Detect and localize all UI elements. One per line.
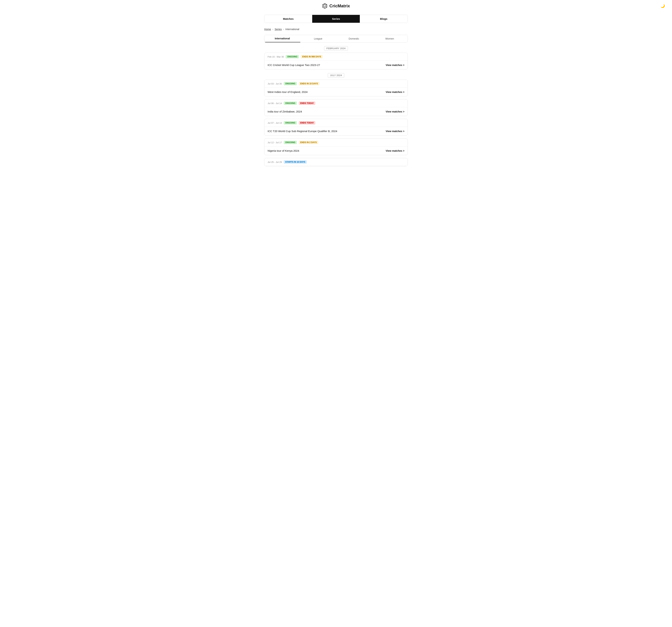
nav-tabs: Matches Series Blogs	[264, 15, 408, 23]
series-card-2-view-matches[interactable]: View matches >	[386, 110, 404, 113]
series-tabs: International League Domestic Women	[264, 35, 408, 43]
series-card-0-view-matches[interactable]: View matches >	[386, 64, 404, 67]
series-card-0-body: ICC Cricket World Cup League Two 2023-27…	[264, 61, 408, 69]
breadcrumb-home[interactable]: Home	[264, 28, 271, 31]
breadcrumb-sep-2: ›	[283, 28, 284, 31]
series-card-5-badge-starts: STARTS IN 10 DAYS	[284, 160, 307, 164]
series-card-2-badge-ongoing: ONGOING	[284, 101, 297, 105]
breadcrumb-current: International	[285, 28, 299, 31]
series-card-4-badge-ongoing: ONGOING	[284, 141, 297, 144]
series-card-0-header: Feb 15 - Mar 30 ONGOING ENDS IN 988 DAYS	[264, 53, 408, 61]
series-card-3-view-matches[interactable]: View matches >	[386, 130, 404, 132]
month-label-feb: FEBRUARY 2024	[264, 47, 408, 50]
series-card-4-badge-ends: ENDS IN 2 DAYS	[299, 141, 318, 144]
series-card-4-body: Nigeria tour of Kenya 2024 View matches …	[264, 146, 408, 155]
series-card-3-badge-ongoing: ONGOING	[284, 121, 297, 125]
series-card-4-title: Nigeria tour of Kenya 2024	[268, 149, 299, 152]
series-card-1-date: Jul 03 - Jul 30	[268, 82, 282, 85]
series-card-4-date: Jul 12 - Jul 17	[268, 141, 282, 144]
series-tab-league[interactable]: League	[300, 35, 336, 42]
nav-tab-blogs[interactable]: Blogs	[360, 15, 408, 23]
logo-text: CricMatrix	[329, 3, 350, 8]
series-card-4-header: Jul 12 - Jul 17 ONGOING ENDS IN 2 DAYS	[264, 139, 408, 146]
series-card-1-badge-ongoing: ONGOING	[284, 82, 297, 86]
nav-tab-series[interactable]: Series	[312, 15, 360, 23]
breadcrumb: Home › Series › International	[264, 26, 408, 33]
series-card-1-header: Jul 03 - Jul 30 ONGOING ENDS IN 15 DAYS	[264, 80, 408, 88]
series-card-5: Jul 25 - Jul 29 STARTS IN 10 DAYS	[264, 158, 408, 166]
series-card-1-body: West Indies tour of England, 2024 View m…	[264, 88, 408, 96]
logo: CricMatrix	[322, 3, 350, 9]
series-card-2-title: India tour of Zimbabwe, 2024	[268, 110, 302, 113]
series-tab-international[interactable]: International	[264, 35, 300, 42]
series-card-0-badge-ongoing: ONGOING	[286, 55, 299, 58]
series-card-3-body: ICC T20 World Cup Sub Regional Europe Qu…	[264, 127, 408, 136]
series-card-3: Jul 07 - Jul 14 ONGOING ENDS TODAY ICC T…	[264, 119, 408, 136]
series-card-2-header: Jul 06 - Jul 14 ONGOING ENDS TODAY	[264, 99, 408, 107]
nav-tab-matches[interactable]: Matches	[264, 15, 312, 23]
series-card-0: Feb 15 - Mar 30 ONGOING ENDS IN 988 DAYS…	[264, 53, 408, 69]
series-tab-domestic[interactable]: Domestic	[336, 35, 372, 42]
header: CricMatrix 🌙	[0, 0, 672, 12]
series-card-1-title: West Indies tour of England, 2024	[268, 91, 308, 93]
series-card-1: Jul 03 - Jul 30 ONGOING ENDS IN 15 DAYS …	[264, 79, 408, 96]
svg-marker-1	[324, 4, 326, 7]
series-card-3-badge-ends: ENDS TODAY	[299, 121, 315, 125]
logo-icon	[322, 3, 328, 9]
series-card-5-date: Jul 25 - Jul 29	[268, 161, 282, 163]
month-label-jul: JULY 2024	[264, 74, 408, 77]
dark-mode-icon[interactable]: 🌙	[661, 4, 665, 8]
series-card-3-date: Jul 07 - Jul 14	[268, 122, 282, 124]
series-card-2-body: India tour of Zimbabwe, 2024 View matche…	[264, 107, 408, 116]
series-card-3-header: Jul 07 - Jul 14 ONGOING ENDS TODAY	[264, 119, 408, 127]
series-card-2-badge-ends: ENDS TODAY	[299, 101, 315, 105]
series-card-0-title: ICC Cricket World Cup League Two 2023-27	[268, 64, 320, 67]
series-card-0-badge-ends: ENDS IN 988 DAYS	[301, 55, 323, 58]
series-card-5-header: Jul 25 - Jul 29 STARTS IN 10 DAYS	[264, 158, 408, 166]
series-card-4: Jul 12 - Jul 17 ONGOING ENDS IN 2 DAYS N…	[264, 138, 408, 155]
breadcrumb-sep-1: ›	[272, 28, 273, 31]
series-card-2-date: Jul 06 - Jul 14	[268, 102, 282, 105]
series-tab-women[interactable]: Women	[372, 35, 408, 42]
series-card-2: Jul 06 - Jul 14 ONGOING ENDS TODAY India…	[264, 99, 408, 116]
series-card-0-date: Feb 15 - Mar 30	[268, 55, 284, 58]
series-card-4-view-matches[interactable]: View matches >	[386, 149, 404, 152]
series-card-1-view-matches[interactable]: View matches >	[386, 91, 404, 93]
breadcrumb-series[interactable]: Series	[274, 28, 282, 31]
series-card-1-badge-ends: ENDS IN 15 DAYS	[299, 82, 319, 86]
series-card-3-title: ICC T20 World Cup Sub Regional Europe Qu…	[268, 130, 337, 132]
